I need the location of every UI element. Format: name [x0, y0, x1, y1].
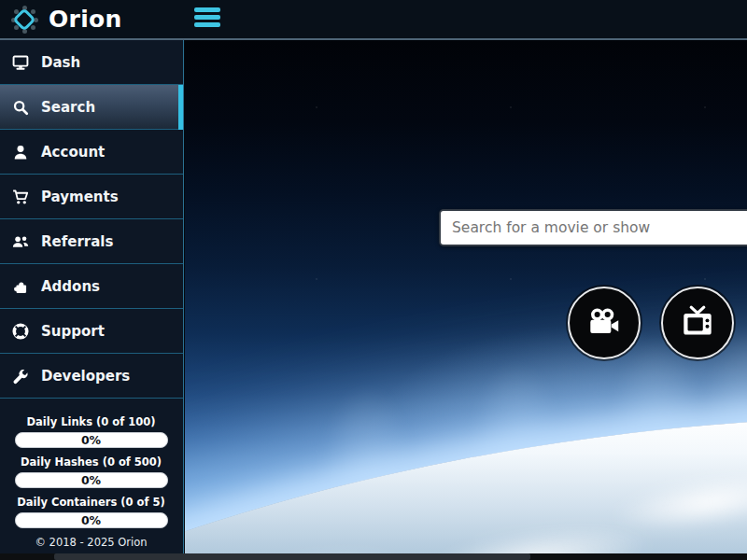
brand-title: Orion	[49, 0, 122, 38]
sidebar: Dash Search Account Payments	[0, 40, 184, 553]
sidebar-item-support[interactable]: Support	[0, 309, 183, 354]
wrench-icon	[12, 368, 29, 385]
sidebar-item-search[interactable]: Search	[0, 85, 183, 130]
sidebar-item-addons[interactable]: Addons	[0, 264, 183, 309]
sidebar-item-label: Referrals	[41, 233, 113, 250]
puzzle-icon	[12, 278, 29, 295]
daily-containers-label: Daily Containers (0 of 5)	[0, 496, 182, 509]
main-content	[185, 40, 747, 553]
sidebar-item-label: Search	[41, 99, 95, 116]
desktop-icon	[12, 54, 29, 71]
users-icon	[12, 233, 29, 250]
sidebar-item-referrals[interactable]: Referrals	[0, 219, 183, 264]
search-input[interactable]	[439, 209, 747, 246]
daily-hashes-progressbar: 0%	[15, 472, 168, 488]
sidebar-item-label: Account	[41, 144, 105, 161]
tv-icon	[678, 303, 717, 343]
orion-logo-icon	[9, 5, 39, 35]
sidebar-item-label: Addons	[41, 278, 100, 295]
movie-camera-icon	[585, 303, 624, 343]
sidebar-item-label: Support	[41, 323, 105, 340]
app-window: Orion Dash Search Acco	[0, 0, 747, 560]
daily-containers-progressbar: 0%	[15, 512, 168, 528]
daily-links-progressbar: 0%	[15, 432, 168, 448]
movies-button[interactable]	[568, 287, 641, 359]
search-icon	[12, 99, 29, 116]
sidebar-item-label: Developers	[41, 368, 130, 385]
life-ring-icon	[12, 323, 29, 340]
sidebar-item-account[interactable]: Account	[0, 130, 183, 175]
cart-icon	[12, 189, 29, 205]
sidebar-item-label: Dash	[41, 54, 80, 71]
tv-shows-button[interactable]	[661, 287, 734, 359]
hamburger-menu-icon[interactable]	[194, 7, 220, 32]
sidebar-item-label: Payments	[41, 189, 119, 205]
daily-links-label: Daily Links (0 of 100)	[0, 415, 182, 428]
sidebar-item-payments[interactable]: Payments	[0, 175, 183, 219]
sidebar-item-dash[interactable]: Dash	[0, 40, 183, 85]
sidebar-item-developers[interactable]: Developers	[0, 354, 183, 399]
horizontal-scrollbar	[0, 553, 747, 560]
user-icon	[12, 144, 29, 161]
copyright-text: © 2018 - 2025 Orion	[0, 536, 182, 549]
scrollbar-thumb[interactable]	[54, 553, 530, 560]
top-bar: Orion	[0, 0, 747, 40]
daily-hashes-label: Daily Hashes (0 of 500)	[0, 455, 182, 469]
usage-stats: Daily Links (0 of 100) 0% Daily Hashes (…	[0, 415, 182, 549]
